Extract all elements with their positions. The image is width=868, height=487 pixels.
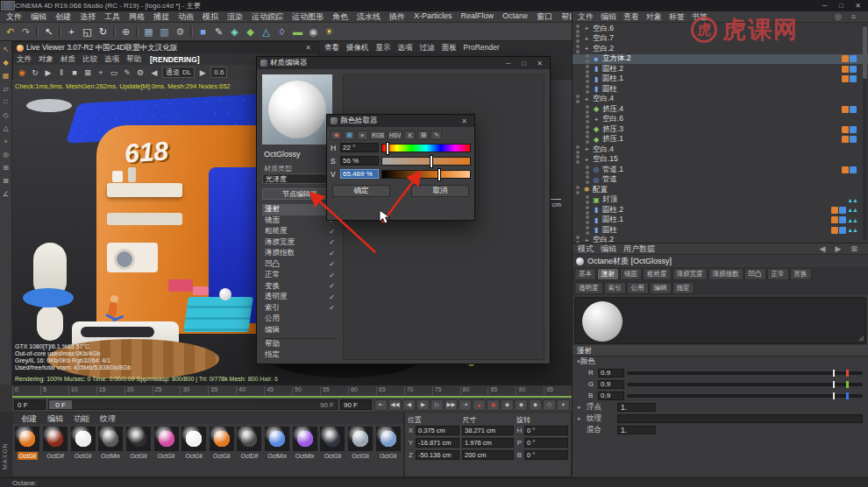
goto-end-button[interactable]: ⇥ bbox=[459, 399, 472, 411]
channel-select[interactable]: 通道 DL bbox=[162, 67, 195, 78]
material-thumbnail[interactable] bbox=[98, 427, 123, 451]
object-tree-item[interactable]: + 空白.4 bbox=[573, 145, 868, 155]
record-rotation-button[interactable]: ◆ bbox=[529, 399, 542, 411]
convert-object-icon[interactable]: ↖ bbox=[1, 45, 11, 54]
menu-item[interactable]: 创建 bbox=[51, 11, 75, 23]
visibility-dots-icon[interactable] bbox=[586, 54, 590, 63]
texture-tag-icon[interactable] bbox=[839, 196, 846, 203]
live-viewer-close-button[interactable]: ✕ bbox=[302, 43, 315, 53]
record-button[interactable]: ● bbox=[473, 399, 486, 411]
texture-tag-icon[interactable] bbox=[850, 156, 857, 163]
material-channel-item[interactable]: 公用 bbox=[262, 314, 338, 325]
material-item[interactable]: OctMix bbox=[97, 426, 125, 460]
material-tag-icon[interactable] bbox=[831, 196, 838, 203]
menu-item[interactable]: 运动图形 bbox=[288, 11, 328, 23]
live-viewer-menu-item[interactable]: 帮助 bbox=[123, 54, 145, 65]
material-editor-titlebar[interactable]: 材质编辑器 ─ □ ✕ bbox=[257, 57, 550, 69]
menu-item[interactable]: 文件 bbox=[2, 11, 26, 23]
frame-end-field[interactable]: 90 F bbox=[340, 399, 372, 410]
attribute-tab[interactable]: 索引 bbox=[604, 282, 626, 294]
visibility-dots-icon[interactable] bbox=[586, 74, 590, 83]
object-tree-item[interactable]: ▮ 圆柱 bbox=[573, 84, 868, 95]
phong-tag-icon[interactable]: ▲▲ bbox=[847, 207, 857, 213]
attribute-menu[interactable]: 编辑 bbox=[597, 244, 620, 255]
texture-tag-icon[interactable] bbox=[850, 66, 857, 73]
material-channel-item[interactable]: 正常 ✓ bbox=[262, 270, 338, 281]
material-thumbnail[interactable] bbox=[237, 427, 261, 451]
material-item[interactable]: OctGli bbox=[14, 426, 41, 460]
quantize-icon[interactable]: ∠ bbox=[1, 189, 11, 199]
move-tool-icon[interactable]: + bbox=[64, 25, 79, 39]
separator[interactable] bbox=[190, 25, 193, 38]
stop-render-icon[interactable]: ■ bbox=[68, 67, 81, 78]
material-thumbnail[interactable] bbox=[43, 427, 68, 451]
material-thumbnail[interactable] bbox=[265, 427, 289, 451]
object-tree-item[interactable]: ▮ 圆柱.1 bbox=[573, 74, 868, 85]
resize-grip-icon[interactable]: ◢ bbox=[858, 334, 864, 342]
material-channel-item[interactable]: 凹凸 ✓ bbox=[262, 259, 338, 271]
prev-key-button[interactable]: ◀◀ bbox=[388, 399, 402, 411]
material-tag-icon[interactable] bbox=[842, 86, 849, 93]
menu-item[interactable]: 流水线 bbox=[352, 11, 385, 23]
object-tree-item[interactable]: + 空白.2 bbox=[573, 44, 868, 54]
channel-slider[interactable] bbox=[627, 383, 863, 386]
visibility-dots-icon[interactable] bbox=[586, 215, 590, 224]
object-tree-item[interactable]: ◆ 挤压.3 bbox=[573, 124, 868, 135]
object-manager-menu[interactable]: 编辑 bbox=[597, 11, 620, 23]
ok-button[interactable]: 确定 bbox=[332, 185, 390, 197]
material-tag-icon[interactable] bbox=[842, 176, 849, 183]
object-tree-item[interactable]: ▮ 圆柱.1 ▲▲ bbox=[573, 215, 868, 226]
material-channel-item[interactable]: 变换 ✓ bbox=[262, 281, 338, 293]
channel-slider[interactable] bbox=[627, 394, 863, 398]
color-picker-titlebar[interactable]: 颜色拾取器 ✕ bbox=[327, 115, 474, 127]
power-icon[interactable]: ◉ bbox=[16, 67, 28, 78]
size-field[interactable]: 1.976 cm bbox=[462, 438, 514, 448]
hsv-mode-button[interactable]: HSV bbox=[388, 131, 402, 140]
scale-tool-icon[interactable]: ◱ bbox=[80, 25, 95, 39]
material-item[interactable]: OctDif bbox=[236, 426, 263, 460]
material-item[interactable]: OctGli bbox=[69, 426, 96, 460]
visibility-dots-icon[interactable] bbox=[576, 155, 580, 164]
autokey-button[interactable]: ◉ bbox=[487, 399, 500, 411]
channel-checkbox[interactable]: ✓ bbox=[329, 293, 335, 301]
viewport-menu-item[interactable]: 过滤 bbox=[416, 43, 438, 53]
texture-tag-icon[interactable] bbox=[850, 25, 857, 32]
menu-item[interactable]: 模拟 bbox=[198, 11, 223, 23]
redo-icon[interactable]: ↷ bbox=[18, 25, 33, 39]
points-mode-icon[interactable]: ∷ bbox=[1, 97, 11, 107]
viewport-solo-icon[interactable]: ◎ bbox=[1, 150, 11, 159]
menu-item[interactable]: 选择 bbox=[75, 11, 100, 23]
channel-prev-icon[interactable]: ◀ bbox=[148, 67, 160, 78]
rotation-field[interactable]: 0 ° bbox=[524, 426, 568, 435]
texture-tag-icon[interactable] bbox=[839, 207, 846, 214]
visibility-dots-icon[interactable] bbox=[576, 236, 580, 244]
menu-item[interactable]: 插件 bbox=[385, 11, 409, 23]
texture-tag-icon[interactable] bbox=[850, 55, 857, 62]
texture-tag-icon[interactable] bbox=[850, 146, 857, 153]
menu-item[interactable]: 捕捉 bbox=[149, 11, 174, 23]
texture-tag-icon[interactable] bbox=[850, 35, 857, 42]
attribute-tab[interactable]: 编辑 bbox=[650, 282, 672, 294]
live-viewer-menu-item[interactable]: 选项 bbox=[101, 54, 123, 65]
filter-icon[interactable]: ≡ bbox=[848, 12, 859, 21]
search-icon[interactable]: ◎ bbox=[831, 12, 845, 21]
render-view-icon[interactable]: ▦ bbox=[141, 25, 156, 39]
object-tree-item[interactable]: ▣ 封顶 ▲▲ bbox=[573, 195, 868, 206]
region-render-icon[interactable]: ▭ bbox=[108, 67, 120, 78]
material-channel-item[interactable]: 薄膜宽度 ✓ bbox=[262, 237, 338, 249]
live-viewer-menu-item[interactable]: 材质 bbox=[57, 54, 79, 65]
material-tag-icon[interactable] bbox=[842, 166, 849, 173]
texture-tag-icon[interactable] bbox=[850, 187, 857, 194]
menu-item[interactable]: 角色 bbox=[328, 11, 352, 23]
menu-item[interactable]: 工具 bbox=[100, 11, 125, 23]
attribute-tab[interactable]: 公用 bbox=[627, 282, 649, 294]
material-tag-icon[interactable] bbox=[831, 216, 838, 223]
attribute-value-field[interactable]: 1. bbox=[617, 426, 656, 434]
texture-tag-icon[interactable] bbox=[850, 176, 857, 183]
live-selection-icon[interactable]: ↖ bbox=[41, 25, 56, 39]
visibility-dots-icon[interactable] bbox=[586, 195, 590, 204]
spectrum-icon[interactable]: ▦ bbox=[344, 131, 355, 140]
attribute-tab[interactable]: 透明度 bbox=[574, 282, 603, 294]
material-preview-sphere[interactable] bbox=[262, 74, 332, 145]
material-thumbnail[interactable] bbox=[210, 427, 234, 451]
